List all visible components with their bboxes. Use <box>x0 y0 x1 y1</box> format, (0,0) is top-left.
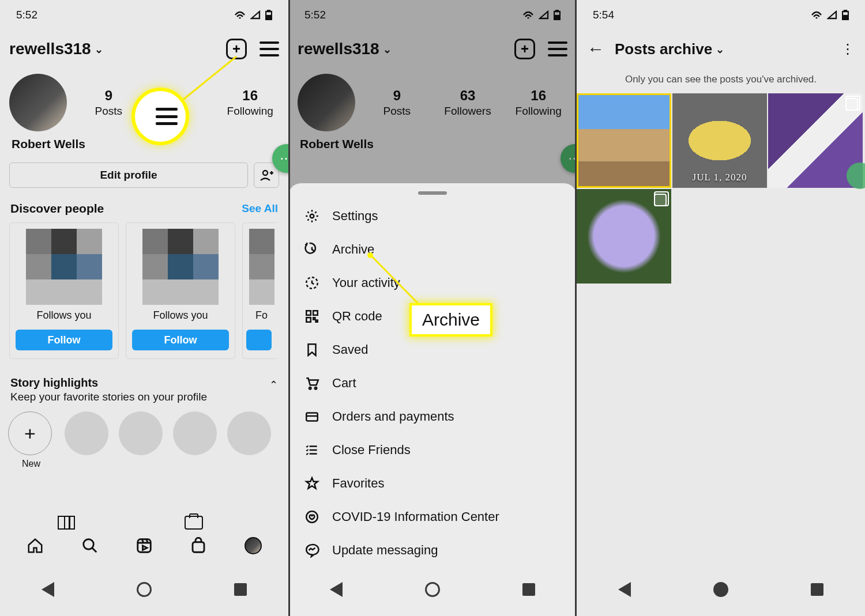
screen-profile: 5:52 rewells318 ⌄ + 9 Posts 16 Following… <box>0 0 288 616</box>
create-button[interactable]: + <box>514 39 535 59</box>
archive-grid: JUL 1, 2020 <box>577 93 865 284</box>
follow-button[interactable]: Follow <box>16 330 112 350</box>
drag-handle[interactable] <box>418 191 447 195</box>
menu-favorites[interactable]: Favorites <box>288 467 577 500</box>
recent-nav[interactable] <box>522 583 535 596</box>
highlights-title: Story highlights <box>10 376 269 390</box>
android-nav <box>288 569 577 610</box>
discover-heading: Discover people <box>10 202 242 216</box>
highlight-placeholder <box>227 411 271 455</box>
highlight-placeholder <box>65 411 108 455</box>
see-all-link[interactable]: See All <box>242 202 278 215</box>
archive-tile[interactable]: JUL 1, 2020 <box>672 93 767 188</box>
chevron-down-icon: ⌄ <box>716 43 724 56</box>
recent-nav[interactable] <box>234 583 247 596</box>
menu-settings[interactable]: Settings <box>288 199 577 233</box>
status-time: 5:52 <box>304 9 326 21</box>
menu-close-friends[interactable]: Close Friends <box>288 433 577 467</box>
home-icon[interactable] <box>27 537 44 554</box>
archive-tile[interactable] <box>577 93 671 188</box>
archive-icon <box>303 241 321 258</box>
signal-icon <box>827 10 837 20</box>
status-bar: 5:54 <box>577 0 865 30</box>
status-bar: 5:52 <box>0 0 288 30</box>
signal-icon <box>539 10 549 20</box>
wifi-icon <box>234 10 246 20</box>
discover-cards[interactable]: Follows you Follow Follows you Follow Fo <box>0 222 288 359</box>
svg-rect-2 <box>266 16 272 20</box>
svg-rect-9 <box>556 10 558 12</box>
profile-header: rewells318 ⌄ + <box>288 30 577 68</box>
discover-card[interactable]: Follows you Follow <box>9 222 119 359</box>
svg-point-17 <box>315 387 317 389</box>
profile-tab[interactable] <box>245 537 262 554</box>
blurred-avatar <box>26 229 102 305</box>
battery-icon <box>554 10 561 20</box>
menu-covid[interactable]: COVID-19 Information Center <box>288 500 577 534</box>
heart-icon <box>303 508 321 526</box>
chevron-up-icon[interactable]: ⌃ <box>269 379 278 391</box>
home-nav[interactable] <box>137 582 152 597</box>
back-nav[interactable] <box>42 582 54 597</box>
discover-card[interactable]: Fo <box>242 222 277 359</box>
recent-nav[interactable] <box>811 583 823 596</box>
shop-icon[interactable] <box>190 537 207 554</box>
svg-rect-15 <box>306 318 311 322</box>
follow-button[interactable] <box>246 330 272 350</box>
username-dropdown[interactable]: rewells318 ⌄ <box>9 40 103 58</box>
archive-tile[interactable] <box>577 189 671 284</box>
username-dropdown[interactable]: rewells318 ⌄ <box>298 40 392 58</box>
menu-cart[interactable]: Cart <box>288 366 577 400</box>
status-time: 5:54 <box>593 9 614 21</box>
highlight-new[interactable]: + New <box>8 411 54 469</box>
back-nav[interactable] <box>618 582 631 597</box>
signal-icon <box>250 10 261 20</box>
callout-line <box>351 232 443 312</box>
highlight-placeholder <box>173 411 217 455</box>
svg-rect-7 <box>193 542 204 553</box>
android-nav <box>0 569 288 610</box>
avatar <box>298 74 355 131</box>
home-nav[interactable] <box>425 582 440 597</box>
card-icon <box>303 408 321 425</box>
list-icon <box>303 441 321 459</box>
status-icons <box>522 10 561 20</box>
status-icons <box>234 10 272 20</box>
username: rewells318 <box>9 40 91 58</box>
svg-point-5 <box>83 539 93 550</box>
status-time: 5:52 <box>16 9 37 21</box>
multi-icon <box>654 194 667 206</box>
stat-posts[interactable]: 9 Posts <box>80 88 138 118</box>
reels-icon[interactable] <box>136 537 153 554</box>
home-nav[interactable] <box>713 582 728 597</box>
highlights-sub: Keep your favorite stories on your profi… <box>10 391 269 403</box>
menu-button[interactable] <box>548 41 567 56</box>
hamburger-icon <box>156 108 178 125</box>
archive-title-dropdown[interactable]: Posts archive ⌄ <box>615 40 724 58</box>
cart-icon <box>303 375 321 392</box>
status-icons <box>811 10 849 20</box>
menu-orders[interactable]: Orders and payments <box>288 400 577 433</box>
discover-card[interactable]: Follows you Follow <box>126 222 235 359</box>
profile-stats: 9Posts 63Followers 16Following <box>288 68 577 134</box>
menu-saved[interactable]: Saved <box>288 333 577 366</box>
svg-rect-22 <box>844 10 847 12</box>
back-nav[interactable] <box>330 582 343 597</box>
screen-menu: 5:52 rewells318 ⌄ + 9Posts 63Followers 1… <box>288 0 577 616</box>
chevron-down-icon: ⌄ <box>95 43 103 56</box>
highlights-row[interactable]: + New <box>0 403 288 469</box>
edit-profile-button[interactable]: Edit profile <box>9 162 248 188</box>
tagged-tab-icon[interactable] <box>185 516 203 530</box>
avatar[interactable] <box>9 74 67 131</box>
follow-button[interactable]: Follow <box>132 330 229 350</box>
bookmark-icon <box>303 341 321 358</box>
callout-archive: Archive <box>409 303 492 337</box>
svg-point-16 <box>309 387 311 389</box>
back-button[interactable]: ← <box>587 39 604 59</box>
more-button[interactable]: ⋮ <box>841 41 855 57</box>
display-name: Robert Wells <box>0 134 288 153</box>
grid-tab-icon[interactable] <box>58 516 75 530</box>
menu-messaging[interactable]: Update messaging <box>288 534 577 567</box>
svg-point-11 <box>310 214 314 218</box>
search-icon[interactable] <box>81 537 99 554</box>
